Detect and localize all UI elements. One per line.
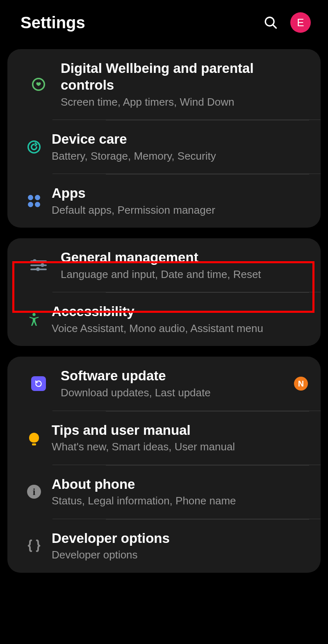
settings-group-1: Digital Wellbeing and parental controls … [7,49,321,228]
row-digital-wellbeing[interactable]: Digital Wellbeing and parental controls … [7,49,321,120]
wellbeing-icon [30,76,47,93]
icon-col [16,76,61,93]
text-col: Developer options Developer options [52,530,309,562]
svg-point-3 [28,141,40,153]
text-col: About phone Status, Legal information, P… [52,476,309,508]
row-subtitle: What's new, Smart ideas, User manual [52,440,309,454]
text-col: Tips and user manual What's new, Smart i… [52,422,309,454]
lightbulb-icon [25,429,43,446]
header: Settings E [0,0,328,45]
software-update-icon [30,375,47,392]
row-subtitle: Default apps, Permission manager [52,203,309,217]
row-software-update[interactable]: Software update Download updates, Last u… [7,357,321,410]
row-title: Apps [52,185,309,201]
text-col: Device care Battery, Storage, Memory, Se… [52,131,309,163]
row-subtitle: Developer options [52,548,309,562]
row-title: About phone [52,476,309,493]
row-general-management[interactable]: General management Language and input, D… [7,238,321,292]
icon-col [7,311,52,328]
sliders-icon [30,257,47,274]
row-accessibility[interactable]: Accessibility Voice Assistant, Mono audi… [52,292,321,346]
icon-col [7,192,52,210]
text-col: Apps Default apps, Permission manager [52,185,309,217]
row-developer-options[interactable]: Developer options Developer options [52,519,321,573]
search-icon [263,15,278,30]
settings-group-2: General management Language and input, D… [7,238,321,346]
profile-avatar[interactable]: E [290,12,311,33]
header-actions: E [262,12,311,33]
row-subtitle: Download updates, Last update [61,386,293,400]
row-title: Developer options [52,530,309,547]
notification-badge: N [294,377,308,391]
row-subtitle: Language and input, Date and time, Reset [61,268,309,282]
info-icon: i [25,483,43,500]
badge-col: N [293,377,309,391]
accessibility-icon [25,311,43,328]
text-col: General management Language and input, D… [61,249,309,281]
icon-col [16,257,61,274]
apps-icon [25,192,43,210]
row-subtitle: Status, Legal information, Phone name [52,494,309,508]
text-col: Accessibility Voice Assistant, Mono audi… [52,303,309,335]
row-device-care[interactable]: Device care Battery, Storage, Memory, Se… [52,120,321,174]
row-subtitle: Screen time, App timers, Wind Down [61,95,309,109]
row-title: General management [61,249,309,266]
text-col: Software update Download updates, Last u… [61,367,293,400]
svg-line-1 [273,25,276,28]
svg-point-4 [32,313,35,316]
device-care-icon [25,138,43,156]
icon-col [7,138,52,156]
icon-col [7,537,52,554]
avatar-letter: E [297,16,304,29]
row-tips[interactable]: Tips and user manual What's new, Smart i… [52,411,321,465]
row-subtitle: Battery, Storage, Memory, Security [52,149,309,163]
row-apps[interactable]: Apps Default apps, Permission manager [52,174,321,228]
row-title: Device care [52,131,309,147]
row-about-phone[interactable]: i About phone Status, Legal information,… [52,465,321,519]
icon-col [16,375,61,392]
text-col: Digital Wellbeing and parental controls … [61,60,309,109]
icon-col: i [7,483,52,500]
row-title: Accessibility [52,303,309,320]
row-title: Digital Wellbeing and parental controls [61,60,309,94]
braces-icon [25,537,43,554]
row-subtitle: Voice Assistant, Mono audio, Assistant m… [52,322,309,336]
row-title: Software update [61,367,293,384]
search-button[interactable] [262,14,279,31]
icon-col [7,429,52,446]
page-title: Settings [20,14,85,32]
row-title: Tips and user manual [52,422,309,438]
settings-group-3: Software update Download updates, Last u… [7,357,321,572]
